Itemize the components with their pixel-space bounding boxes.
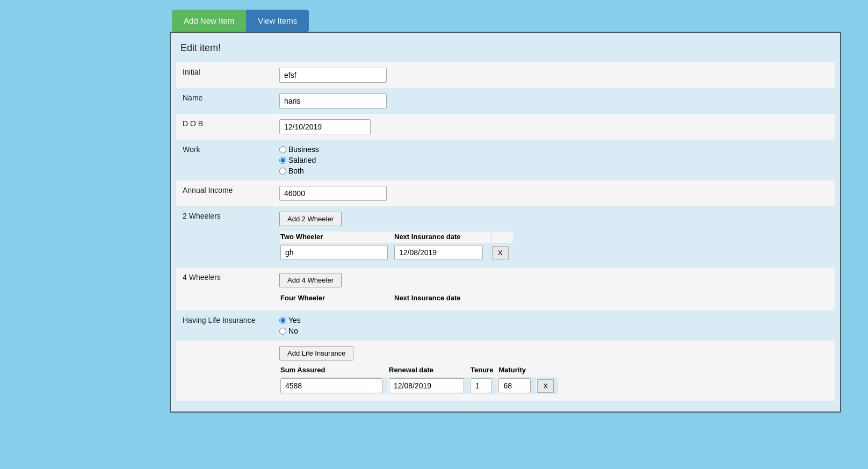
two-wheeler-col-label: Two Wheeler (280, 232, 393, 243)
work-label: Work (176, 140, 273, 181)
add-four-wheeler-button[interactable]: Add 4 Wheeler (279, 273, 342, 287)
name-label: Name (176, 88, 273, 114)
life-ins-row: X (280, 377, 558, 394)
renewal-date-col-label: Renewal date (389, 365, 469, 376)
life-ins-yes-option[interactable]: Yes (279, 316, 828, 324)
work-business-label: Business (288, 145, 319, 154)
life-ins-radio-yes[interactable] (279, 317, 286, 324)
sum-assured-col-label: Sum Assured (280, 365, 388, 376)
work-option-both[interactable]: Both (279, 167, 828, 175)
add-life-insurance-button[interactable]: Add Life Insurance (279, 346, 353, 360)
life-ins-yes-label: Yes (288, 316, 301, 324)
tenure-col-label: Tenure (471, 365, 497, 376)
dob-input[interactable] (279, 119, 371, 134)
next-ins-date-col-label: Next Insurance date (394, 232, 491, 243)
life-ins-no-label: No (288, 327, 298, 335)
work-radio-group: Business Salaried Both (279, 145, 828, 175)
remove-life-ins-button[interactable]: X (537, 379, 554, 393)
name-input[interactable] (279, 93, 387, 109)
two-wheeler-row: X (280, 244, 513, 261)
two-wheeler-name-input[interactable] (280, 245, 388, 260)
initial-label: Initial (176, 62, 273, 88)
two-wheelers-label: 2 Wheelers (176, 206, 273, 268)
panel-title: Edit item! (180, 42, 835, 54)
maturity-col-label: Maturity (498, 365, 536, 376)
life-ins-radio-group: Yes No (279, 316, 828, 335)
dob-label: D O B (176, 114, 273, 140)
work-option-business[interactable]: Business (279, 145, 828, 154)
add-new-item-button[interactable]: Add New Item (172, 10, 246, 32)
work-both-label: Both (288, 167, 304, 175)
work-radio-both[interactable] (279, 168, 286, 175)
life-ins-no-option[interactable]: No (279, 327, 828, 335)
two-wheeler-ins-date-input[interactable] (394, 245, 483, 260)
life-ins-label: Having Life Insurance (176, 311, 273, 341)
work-radio-business[interactable] (279, 146, 286, 153)
work-salaried-label: Salaried (288, 156, 316, 164)
remove-two-wheeler-button[interactable]: X (492, 246, 509, 259)
view-items-button[interactable]: View Items (246, 10, 309, 32)
tenure-input[interactable] (471, 378, 492, 393)
work-option-salaried[interactable]: Salaried (279, 156, 828, 164)
renewal-date-input[interactable] (389, 378, 464, 393)
four-wheeler-next-ins-label: Next Insurance date (394, 293, 491, 304)
work-radio-salaried[interactable] (279, 157, 286, 164)
initial-input[interactable] (279, 68, 387, 83)
add-two-wheeler-button[interactable]: Add 2 Wheeler (279, 212, 342, 226)
four-wheelers-label: 4 Wheelers (176, 268, 273, 311)
maturity-input[interactable] (498, 378, 531, 393)
sum-assured-input[interactable] (280, 378, 382, 393)
life-ins-radio-no[interactable] (279, 328, 286, 335)
annual-income-input[interactable] (279, 186, 387, 201)
four-wheeler-col-label: Four Wheeler (280, 293, 393, 304)
annual-income-label: Annual Income (176, 181, 273, 206)
